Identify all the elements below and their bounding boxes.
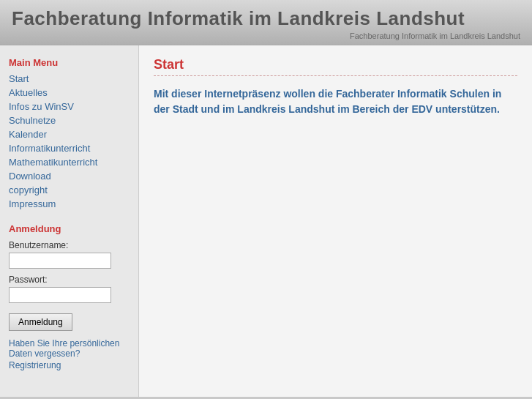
menu-item-schulnetze[interactable]: Schulnetze bbox=[9, 114, 130, 127]
page-wrapper: Fachberatung Informatik im Landkreis Lan… bbox=[0, 0, 532, 397]
breadcrumb: Fachberatung Informatik im Landkreis Lan… bbox=[12, 31, 520, 40]
list-item: Mathematikunterricht bbox=[9, 156, 130, 168]
list-item: Download bbox=[9, 170, 130, 182]
list-item: Kalender bbox=[9, 128, 130, 141]
content-area: Start Mit dieser Internetpräsenz wollen … bbox=[139, 45, 532, 397]
sidebar: Main Menu Start Aktuelles Infos zu WinSV… bbox=[0, 45, 139, 397]
site-title: Fachberatung Informatik im Landkreis Lan… bbox=[12, 7, 520, 30]
list-item: Infos zu WinSV bbox=[9, 100, 130, 113]
menu-item-kalender[interactable]: Kalender bbox=[9, 128, 130, 141]
list-item: Start bbox=[9, 72, 130, 85]
menu-item-copyright[interactable]: copyright bbox=[9, 184, 130, 196]
login-section: Anmeldung Benutzername: Passwort: Anmeld… bbox=[9, 223, 130, 370]
login-button[interactable]: Anmeldung bbox=[9, 313, 72, 331]
list-item: Schulnetze bbox=[9, 114, 130, 127]
main-layout: Main Menu Start Aktuelles Infos zu WinSV… bbox=[0, 45, 532, 397]
main-menu: Start Aktuelles Infos zu WinSV Schulnetz… bbox=[9, 72, 130, 210]
list-item: Impressum bbox=[9, 198, 130, 210]
menu-item-informatik[interactable]: Informatikunterricht bbox=[9, 142, 130, 154]
content-divider bbox=[154, 75, 517, 76]
password-group: Passwort: bbox=[9, 275, 130, 303]
username-group: Benutzername: bbox=[9, 240, 130, 269]
menu-item-aktuelles[interactable]: Aktuelles bbox=[9, 86, 130, 99]
username-label: Benutzername: bbox=[9, 240, 130, 250]
main-menu-title: Main Menu bbox=[9, 57, 130, 68]
register-link[interactable]: Registrierung bbox=[9, 360, 130, 370]
list-item: Informatikunterricht bbox=[9, 142, 130, 154]
list-item: copyright bbox=[9, 184, 130, 196]
list-item: Aktuelles bbox=[9, 86, 130, 99]
login-section-title: Anmeldung bbox=[9, 223, 130, 234]
menu-item-start[interactable]: Start bbox=[9, 72, 130, 85]
content-title: Start bbox=[154, 57, 517, 72]
content-intro: Mit dieser Internetpräsenz wollen die Fa… bbox=[154, 86, 517, 117]
username-input[interactable] bbox=[9, 253, 111, 269]
forgot-link[interactable]: Haben Sie Ihre persönlichen Daten verges… bbox=[9, 338, 130, 359]
menu-item-winsv[interactable]: Infos zu WinSV bbox=[9, 100, 130, 113]
menu-item-download[interactable]: Download bbox=[9, 170, 130, 182]
header: Fachberatung Informatik im Landkreis Lan… bbox=[0, 0, 532, 45]
menu-item-mathe[interactable]: Mathematikunterricht bbox=[9, 156, 130, 168]
menu-item-impressum[interactable]: Impressum bbox=[9, 198, 130, 210]
password-input[interactable] bbox=[9, 287, 111, 303]
password-label: Passwort: bbox=[9, 275, 130, 285]
